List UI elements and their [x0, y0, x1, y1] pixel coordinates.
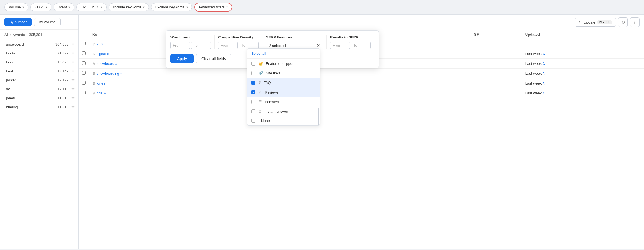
eye-icon: 👁 [71, 51, 75, 55]
update-button[interactable]: ↻ Update 2/5,000 [575, 18, 616, 27]
serp-clear-icon[interactable]: ✕ [317, 43, 320, 48]
checkbox-input[interactable] [82, 81, 86, 85]
row-keyword: ⊕ jones » [89, 78, 253, 88]
arrow-icon: » [104, 91, 106, 95]
intent-filter-btn[interactable]: Intent ▾ [54, 3, 74, 11]
serp-item-sitelinks[interactable]: 🔗 Site links [247, 68, 320, 78]
list-item[interactable]: › ski 12,116 👁 [0, 85, 78, 94]
kd-filter-btn[interactable]: KD % ▾ [30, 3, 51, 11]
checkbox-input[interactable] [82, 91, 86, 94]
add-icon: ⊕ [92, 91, 95, 95]
sidebar-stats: All keywords 305,391 [0, 30, 78, 40]
list-item[interactable]: › snowboard 304,683 👁 [0, 40, 78, 49]
word-count-from[interactable] [170, 42, 190, 49]
serp-item-reviews[interactable]: ☆ Reviews [247, 87, 320, 97]
export-icon: ↑ [634, 20, 636, 25]
row-sf [471, 39, 522, 49]
serp-item-instant[interactable]: ⊘ Instant answer [247, 106, 320, 116]
refresh-icon: ↻ [543, 91, 546, 95]
serp-item-indented[interactable]: ☰ Indented [247, 97, 320, 106]
exclude-filter-btn[interactable]: Exclude keywords ▾ [151, 3, 192, 11]
list-item[interactable]: › jones 11,816 👁 [0, 94, 78, 103]
word-count-to[interactable] [191, 42, 211, 49]
eye-icon: 👁 [71, 105, 75, 109]
results-serp-from[interactable] [330, 42, 350, 49]
eye-icon: 👁 [71, 42, 75, 46]
tab-by-number[interactable]: By number [4, 18, 32, 26]
serp-checkbox-none[interactable] [251, 119, 255, 123]
list-item[interactable]: › binding 11,816 👁 [0, 103, 78, 112]
expand-icon: › [3, 88, 4, 91]
serp-checkbox-sitelinks[interactable] [251, 71, 255, 75]
refresh-icon: ↻ [543, 52, 546, 56]
list-item[interactable]: › burton 16,076 👁 [0, 58, 78, 67]
keyword-link[interactable]: snowboarding [97, 71, 119, 76]
checkbox-input[interactable] [82, 42, 86, 45]
row-sf [471, 78, 522, 88]
expand-icon: › [3, 106, 4, 109]
cpc-filter-btn[interactable]: CPC (USD) ▾ [76, 3, 107, 11]
serp-checkbox-indented[interactable] [251, 100, 255, 104]
row-checkbox[interactable] [79, 78, 89, 88]
serp-item-none[interactable]: None [247, 116, 320, 125]
add-icon: ⊕ [92, 81, 95, 85]
clear-all-button[interactable]: Clear all fields [196, 54, 231, 63]
refresh-icon: ↻ [543, 71, 546, 76]
row-sf [471, 69, 522, 78]
row-sf [471, 49, 522, 59]
arrow-icon: » [120, 71, 122, 76]
keyword-link[interactable]: k2 [97, 42, 101, 46]
include-filter-btn[interactable]: Include keywords ▾ [109, 3, 149, 11]
checkbox-input[interactable] [82, 61, 86, 65]
list-item[interactable]: › best 13,147 👁 [0, 67, 78, 76]
apply-button[interactable]: Apply [170, 54, 194, 63]
row-checkbox[interactable] [79, 39, 89, 49]
serp-item-faq[interactable]: ? FAQ [247, 78, 320, 87]
row-keyword: ⊕ ride » [89, 88, 253, 98]
row-checkbox[interactable] [79, 69, 89, 78]
keyword-link[interactable]: snowboard [97, 62, 115, 66]
checkbox-input[interactable] [82, 71, 86, 75]
results-serp-to[interactable] [351, 42, 371, 49]
kd-label: KD % [35, 5, 44, 9]
row-checkbox[interactable] [79, 59, 89, 69]
serp-checkbox-instant[interactable] [251, 109, 255, 113]
serp-checkbox-faq[interactable] [251, 81, 255, 85]
serp-list: 👑 Featured snippet 🔗 Site links ? FAQ [247, 59, 320, 125]
arrow-icon: » [106, 81, 108, 85]
main-layout: By number By volume All keywords 305,391… [0, 15, 644, 249]
keyword-link[interactable]: signal [97, 52, 106, 56]
content-area: ↻ Update 2/5,000 ⚙ ↑ Ke C (USD) SF [79, 15, 644, 249]
sidebar-header: By number By volume [0, 15, 78, 30]
arrow-icon: » [107, 52, 109, 56]
keyword-link[interactable]: jones [97, 81, 105, 85]
comp-density-section: Competitive Density [215, 35, 262, 49]
row-checkbox[interactable] [79, 49, 89, 59]
keyword-link[interactable]: ride [97, 91, 103, 95]
serp-label-featured: Featured snippet [266, 62, 293, 66]
serp-select-all[interactable]: Select all [247, 49, 320, 59]
advanced-filter-btn[interactable]: Advanced filters ▾ [194, 3, 232, 12]
add-icon: ⊕ [92, 52, 95, 56]
comp-density-from[interactable] [218, 42, 238, 49]
comp-density-to[interactable] [239, 42, 259, 49]
tab-by-volume[interactable]: By volume [34, 18, 61, 26]
serp-label-sitelinks: Site links [266, 71, 280, 75]
row-checkbox[interactable] [79, 88, 89, 98]
exclude-label: Exclude keywords [155, 5, 185, 9]
list-item[interactable]: › boots 21,877 👁 [0, 49, 78, 58]
list-item[interactable]: › jacket 12,122 👁 [0, 76, 78, 85]
checkbox-input[interactable] [82, 51, 86, 55]
serp-checkbox-featured[interactable] [251, 62, 255, 66]
export-button[interactable]: ↑ [630, 17, 640, 27]
serp-checkbox-reviews[interactable] [251, 90, 255, 94]
row-sf [471, 88, 522, 98]
results-serp-title: Results in SERP [330, 35, 371, 39]
word-count-section: Word count [170, 35, 215, 49]
serp-item-featured[interactable]: 👑 Featured snippet [247, 59, 320, 68]
results-serp-range [330, 42, 371, 49]
eye-icon: 👁 [71, 60, 75, 64]
settings-button[interactable]: ⚙ [618, 17, 628, 27]
col-updated: Updated [522, 30, 644, 39]
volume-filter-btn[interactable]: Volume ▾ [4, 3, 28, 11]
